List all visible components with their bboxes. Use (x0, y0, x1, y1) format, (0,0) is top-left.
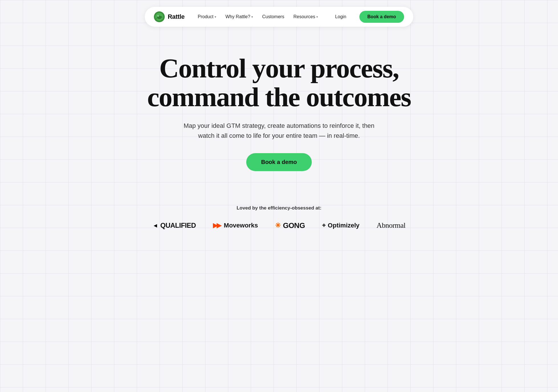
svg-point-4 (158, 15, 158, 16)
hero-subtext: Map your ideal GTM strategy, create auto… (176, 121, 382, 141)
logo-text: Rattle (168, 13, 184, 20)
logos-row: ◄ QUALIFIED ▶▶ Moveworks ✳ GONG ⌖ Optimi… (97, 221, 461, 230)
nav-item-why-rattle[interactable]: Why Rattle? ▾ (221, 12, 257, 22)
optimizely-icon: ⌖ (322, 222, 325, 229)
nav-links: Product ▾ Why Rattle? ▾ Customers Resour… (194, 12, 322, 22)
chevron-down-icon: ▾ (316, 15, 318, 19)
logos-label: Loved by the efficiency-obsessed at: (97, 205, 461, 211)
chevron-down-icon: ▾ (215, 15, 216, 19)
navbar: Rattle Product ▾ Why Rattle? ▾ Customers… (91, 0, 467, 31)
hero-headline: Control your process, command the outcom… (122, 54, 436, 112)
nav-item-resources[interactable]: Resources ▾ (289, 12, 322, 22)
logo-qualified: ◄ QUALIFIED (152, 221, 196, 229)
qualified-prefix-icon: ◄ (152, 222, 158, 229)
svg-point-2 (157, 15, 159, 17)
logo-optimizely: ⌖ Optimizely (322, 222, 359, 229)
nav-item-customers[interactable]: Customers (258, 12, 288, 22)
logos-section: Loved by the efficiency-obsessed at: ◄ Q… (91, 188, 467, 241)
hero-book-demo-button[interactable]: Book a demo (246, 153, 312, 171)
hero-section: Control your process, command the outcom… (91, 31, 467, 188)
logo-icon (154, 11, 165, 22)
nav-item-product[interactable]: Product ▾ (194, 12, 220, 22)
logo-abnormal: Abnormal (376, 221, 405, 230)
logo-link[interactable]: Rattle (154, 11, 184, 22)
chevron-down-icon: ▾ (251, 15, 253, 19)
gong-icon: ✳ (275, 221, 281, 229)
logo-moveworks: ▶▶ Moveworks (213, 222, 258, 229)
nav-book-demo-button[interactable]: Book a demo (359, 11, 404, 23)
login-link[interactable]: Login (331, 12, 350, 22)
nav-inner: Rattle Product ▾ Why Rattle? ▾ Customers… (145, 7, 413, 27)
moveworks-icon: ▶▶ (213, 222, 220, 229)
logo-gong: ✳ GONG (275, 221, 305, 230)
